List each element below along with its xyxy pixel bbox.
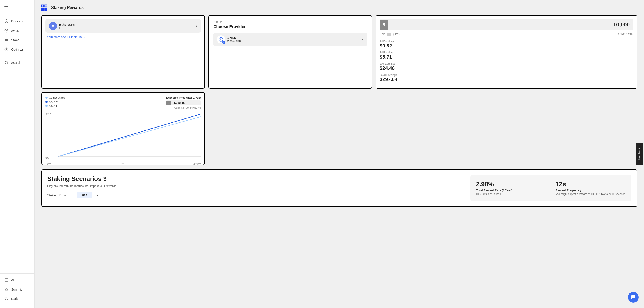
staking-ratio-input[interactable] (77, 192, 92, 198)
earnings-30d-value: $24.46 (380, 65, 633, 71)
sidebar-label-dark: Dark (11, 297, 18, 300)
optimize-icon (4, 48, 8, 52)
price-input-box[interactable]: $ 4,012.46 (166, 100, 201, 105)
asset-chevron-icon: ▾ (196, 24, 197, 28)
svg-rect-12 (41, 8, 44, 11)
legend-item-compounded: Compounded (46, 96, 65, 99)
api-icon (4, 278, 8, 282)
sidebar-item-discover[interactable]: Discover (0, 17, 34, 26)
x-label-today: Today (46, 163, 52, 165)
sidebar-nav: Discover Swap Stake Optimize Search (0, 17, 34, 273)
sidebar-label-stake: Stake (11, 38, 19, 42)
sidebar-item-optimize[interactable]: Optimize (0, 45, 34, 54)
chart-header: Compounded $297.64 $302.1 Expected Price… (46, 96, 201, 109)
scenarios-card: Staking Scenarios 3 Play around with the… (41, 169, 637, 207)
svg-rect-8 (5, 41, 8, 41)
x-label-3y: 3 Years (194, 163, 201, 165)
chart-legend: Compounded $297.64 $302.1 (46, 96, 65, 107)
scenarios-desc: Play around with the metrics that impact… (47, 184, 464, 188)
earnings-365d-value: $297.64 (380, 77, 633, 82)
svg-point-9 (5, 61, 8, 64)
staking-percent-label: % (95, 193, 98, 197)
metric-reward-rate-value: 2.98% (476, 181, 546, 188)
sidebar-label-api: API (11, 278, 16, 282)
sidebar: Discover Swap Stake Optimize Search (0, 0, 35, 308)
svg-text:$934: $934 (46, 112, 52, 115)
sidebar-label-summit: Summit (11, 288, 22, 291)
sidebar-item-stake[interactable]: Stake (0, 35, 34, 45)
current-price-label: Current price: $4,012.46 (166, 106, 201, 109)
svg-rect-10 (5, 279, 8, 281)
summit-icon (4, 287, 8, 291)
asset-name: Ethereum (59, 23, 75, 27)
step2-card: Step #2 Choose Provider ✓ ANKR 2.98% APR… (208, 15, 372, 89)
svg-line-24 (58, 114, 201, 156)
svg-rect-6 (5, 39, 8, 39)
earnings-30d-label: 30d Earnings (380, 62, 633, 65)
usd-label: USD (380, 33, 385, 36)
main-content: Staking Rewards Ethereum ETH ▾ (35, 0, 644, 308)
earnings-7d: 7d Earnings $5.71 (380, 51, 633, 60)
earnings-7d-label: 7d Earnings (380, 51, 633, 54)
sidebar-label-swap: Swap (11, 29, 19, 33)
svg-rect-14 (44, 8, 47, 11)
logo (41, 5, 48, 11)
amount-value[interactable]: 10,000 (388, 19, 633, 30)
toggle-knob (391, 33, 393, 36)
sidebar-item-summit[interactable]: Summit (0, 285, 34, 294)
sidebar-item-search[interactable]: Search (0, 58, 34, 67)
dollar-badge: $ (380, 20, 388, 30)
svg-text:$0: $0 (46, 157, 49, 159)
metric-reward-rate: 2.98% Total Reward Rate (1 Year) Or 2.98… (476, 181, 546, 196)
search-icon (4, 61, 8, 65)
expected-price-title: Expected Price After 1 Year (166, 96, 201, 99)
provider-apr: 2.98% APR (227, 40, 241, 43)
staking-ratio-label: Staking Ratio (47, 193, 74, 197)
metric-reward-freq-label: Reward Frequency (556, 189, 626, 192)
step2-label: Step #2 (213, 20, 367, 24)
compounded-dot (46, 97, 48, 99)
scenarios-title: Staking Scenarios 3 (47, 175, 464, 182)
eth-amount: 2.49224 ETH (618, 33, 633, 36)
price-dollar-sign: $ (166, 101, 171, 105)
stake-icon (4, 38, 8, 42)
chat-button[interactable] (628, 292, 639, 303)
legend-value-2: $302.1 (49, 104, 57, 107)
step1-card: Ethereum ETH ▾ Learn more about Ethereum… (41, 15, 205, 89)
metric-reward-freq-sub: You might expect a reward of $0.000114 e… (556, 192, 626, 196)
earnings-365d-label: 365d Earnings (380, 73, 633, 77)
expected-price-box: Expected Price After 1 Year $ 4,012.46 C… (166, 96, 201, 109)
price-value: 4,012.46 (171, 100, 187, 105)
sidebar-item-swap[interactable]: Swap (0, 26, 34, 35)
metric-reward-rate-sub: Or 2.98% annualized. (476, 192, 546, 196)
logo-icon (41, 5, 48, 11)
earnings-1d-label: 1d Earnings (380, 40, 633, 43)
earnings-chart: $934 $0 (46, 112, 201, 161)
sidebar-toggle-button[interactable] (0, 5, 13, 12)
feedback-button[interactable]: Feedback (636, 143, 643, 165)
currency-toggle[interactable] (386, 33, 394, 36)
svg-rect-7 (5, 40, 8, 40)
sidebar-item-dark[interactable]: Dark (0, 294, 34, 303)
sidebar-divider (4, 56, 30, 56)
provider-icon: ✓ (217, 35, 225, 44)
app-title: Staking Rewards (51, 5, 84, 10)
provider-chevron-icon: ▾ (362, 38, 364, 41)
dark-mode-icon (4, 297, 8, 301)
earnings-card: $ 10,000 USD ETH 2.49224 ETH 1d Earnings… (376, 15, 637, 89)
provider-selector[interactable]: ✓ ANKR 2.98% APR ▾ (213, 33, 367, 46)
svg-rect-0 (4, 6, 8, 7)
legend-dot-1 (46, 101, 48, 103)
sidebar-item-api[interactable]: API (0, 275, 34, 285)
svg-point-4 (6, 21, 7, 22)
chart-area: $934 $0 Today 1y 3 Years (46, 112, 201, 161)
svg-rect-1 (4, 8, 8, 8)
provider-name: ANKR (227, 36, 241, 40)
asset-selector[interactable]: Ethereum ETH ▾ (46, 19, 201, 33)
learn-more-link[interactable]: Learn more about Ethereum → (46, 35, 201, 39)
metric-reward-frequency: 12s Reward Frequency You might expect a … (556, 181, 626, 196)
provider-details: ANKR 2.98% APR (227, 36, 241, 43)
verified-badge: ✓ (222, 41, 226, 44)
provider-info: ✓ ANKR 2.98% APR (217, 35, 241, 44)
x-label-1y: 1y (121, 163, 124, 165)
